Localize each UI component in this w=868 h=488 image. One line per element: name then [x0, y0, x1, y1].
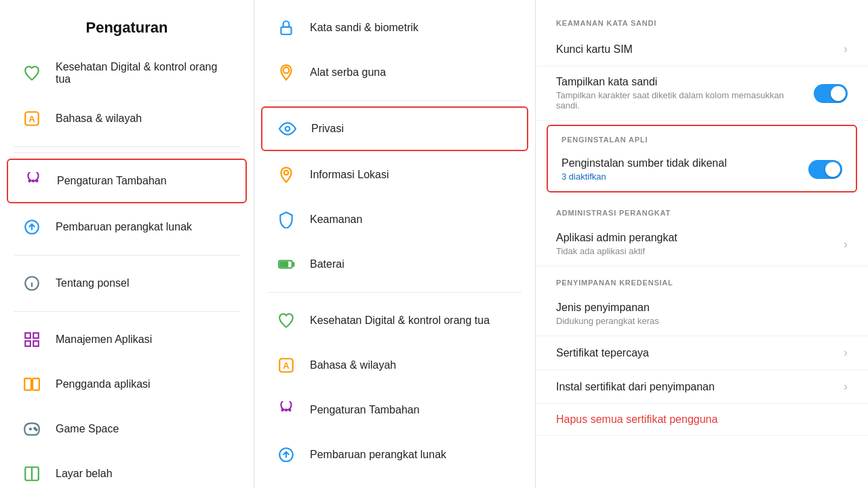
right-item-tampilkan-kata[interactable]: Tampilkan kata sandi Tampilkan karakter …	[536, 66, 868, 121]
lock-icon	[275, 16, 298, 39]
middle-item-label: Kesehatan Digital & kontrol orang tua	[310, 314, 490, 327]
page-title: Pengaturan	[0, 0, 254, 50]
item-title: Sertifikat tepercaya	[556, 347, 837, 359]
middle-item-label: Baterai	[310, 258, 344, 270]
left-item-gamespace[interactable]: Game Space	[0, 407, 254, 451]
right-item-sertifikat-tepercaya[interactable]: Sertifikat tepercaya ›	[536, 336, 868, 370]
item-text-block: Jenis penyimpanan Didukung perangkat ker…	[556, 302, 848, 326]
middle-item-label: Kata sandi & biometrik	[310, 22, 418, 34]
middle-item-label: Keamanan	[310, 214, 362, 226]
item-title: Penginstalan sumber tidak dikenal	[561, 157, 802, 169]
item-title: Tampilkan kata sandi	[556, 76, 807, 88]
item-title: Kunci kartu SIM	[556, 43, 837, 56]
right-item-kunci-kartu[interactable]: Kunci kartu SIM ›	[536, 33, 868, 66]
battery-icon	[275, 253, 298, 276]
item-title: Instal sertifikat dari penyimpanan	[556, 381, 837, 393]
item-text-block: Penginstalan sumber tidak dikenal 3 diak…	[561, 157, 802, 182]
left-item-label: Layar belah	[56, 468, 113, 480]
item-text-block: Sertifikat tepercaya	[556, 347, 837, 359]
left-item-pembaruan[interactable]: Pembaruan perangkat lunak	[0, 205, 254, 249]
left-item-layar[interactable]: Layar belah	[0, 451, 254, 488]
right-panel: KEAMANAN KATA SANDI Kunci kartu SIM › Ta…	[536, 0, 868, 488]
right-item-instal-sertifikat[interactable]: Instal sertifikat dari penyimpanan ›	[536, 370, 868, 404]
middle-item-baterai[interactable]: Baterai	[254, 242, 535, 287]
svg-rect-13	[25, 341, 31, 346]
middle-panel: Kata sandi & biometrik Alat serba guna P…	[254, 0, 536, 488]
section-header-penginstalan-apli: PENGINSTALAN APLI	[548, 126, 856, 148]
chevron-icon: ›	[844, 237, 848, 251]
privacy-eye-icon	[276, 117, 299, 140]
location-pin-icon	[275, 61, 298, 84]
left-item-kesehatan[interactable]: Kesehatan Digital & kontrol orang tua	[0, 50, 254, 96]
item-title: Hapus semua sertifikat pengguna	[556, 413, 848, 426]
middle-item-label: Privasi	[311, 123, 344, 135]
left-item-manajemen[interactable]: Manajemen Aplikasi	[0, 317, 254, 362]
middle-item-alat-serba[interactable]: Alat serba guna	[254, 50, 535, 95]
item-subtitle: Tidak ada aplikasi aktif	[556, 246, 837, 256]
middle-item-kesehatan2[interactable]: Kesehatan Digital & kontrol orang tua	[254, 298, 535, 343]
info-icon	[20, 272, 43, 295]
svg-rect-29	[280, 262, 288, 267]
svg-rect-23	[281, 27, 291, 35]
left-item-label: Manajemen Aplikasi	[56, 333, 152, 346]
heart-icon	[20, 62, 43, 85]
left-item-label: Kesehatan Digital & kontrol orang tua	[56, 61, 233, 85]
middle-item-label: Pembaruan perangkat lunak	[310, 449, 446, 461]
location-icon	[275, 163, 298, 186]
dual-window-icon	[20, 373, 43, 396]
middle-item-keamanan[interactable]: Keamanan	[254, 197, 535, 242]
heart2-icon	[275, 309, 298, 332]
right-item-penginstalan-sumber[interactable]: Penginstalan sumber tidak dikenal 3 diak…	[548, 148, 856, 191]
left-item-pengganda[interactable]: Pengganda aplikasi	[0, 362, 254, 407]
toggle-penginstalan-sumber[interactable]	[808, 160, 842, 179]
left-item-label: Pengganda aplikasi	[56, 378, 151, 390]
gamepad-icon	[20, 418, 43, 441]
arrow-up-circle-icon	[20, 216, 43, 239]
left-item-label: Pengaturan Tambahan	[57, 175, 167, 187]
left-item-label: Bahasa & wilayah	[56, 113, 142, 125]
shield-icon	[275, 208, 298, 231]
dots-icon	[22, 169, 45, 192]
middle-item-privasi[interactable]: Privasi	[261, 106, 528, 151]
middle-item-informasi-lokasi[interactable]: Informasi Lokasi	[254, 152, 535, 197]
item-title: Jenis penyimpanan	[556, 302, 848, 314]
middle-item-bahasa2[interactable]: A Bahasa & wilayah	[254, 343, 535, 388]
item-subtitle: Tampilkan karakter saat diketik dalam ko…	[556, 90, 807, 110]
split-screen-icon	[20, 462, 43, 485]
right-item-jenis-penyimpanan[interactable]: Jenis penyimpanan Didukung perangkat ker…	[536, 292, 868, 336]
svg-rect-11	[25, 333, 31, 338]
item-text-block: Instal sertifikat dari penyimpanan	[556, 381, 837, 393]
right-item-hapus-semua[interactable]: Hapus semua sertifikat pengguna	[536, 404, 868, 436]
middle-item-tentang2[interactable]: Tentang ponsel	[254, 477, 535, 488]
a-box2-icon: A	[275, 354, 298, 377]
section-header-keamanan-kata-sandi: KEAMANAN KATA SANDI	[536, 7, 868, 33]
item-text-block: Tampilkan kata sandi Tampilkan karakter …	[556, 76, 807, 110]
item-title: Aplikasi admin perangkat	[556, 232, 837, 244]
right-item-aplikasi-admin[interactable]: Aplikasi admin perangkat Tidak ada aplik…	[536, 222, 868, 266]
svg-text:A: A	[283, 361, 290, 371]
left-item-label: Tentang ponsel	[56, 277, 130, 289]
svg-point-26	[284, 171, 289, 176]
chevron-icon: ›	[844, 380, 848, 394]
svg-point-20	[35, 429, 37, 430]
svg-rect-14	[33, 341, 39, 346]
middle-item-pembaruan2[interactable]: Pembaruan perangkat lunak	[254, 432, 535, 477]
dots2-icon	[275, 399, 298, 422]
chevron-icon: ›	[844, 42, 848, 56]
left-item-label: Pembaruan perangkat lunak	[56, 221, 192, 233]
middle-item-kata-sandi[interactable]: Kata sandi & biometrik	[254, 5, 535, 50]
svg-text:A: A	[28, 114, 35, 124]
item-text-block: Kunci kartu SIM	[556, 43, 837, 56]
toggle-tampilkan-kata[interactable]	[814, 84, 848, 103]
a-box-icon: A	[20, 107, 43, 130]
left-item-pengaturan-tambahan[interactable]: Pengaturan Tambahan	[7, 159, 247, 203]
item-text-block: Hapus semua sertifikat pengguna	[556, 413, 848, 426]
left-item-tentang[interactable]: Tentang ponsel	[0, 261, 254, 306]
middle-item-pengaturan2[interactable]: Pengaturan Tambahan	[254, 388, 535, 432]
arrow-up2-icon	[275, 443, 298, 466]
middle-item-label: Alat serba guna	[310, 66, 386, 79]
grid-icon	[20, 328, 43, 351]
item-subtitle: 3 diaktifkan	[561, 171, 802, 182]
left-panel: Pengaturan Kesehatan Digital & kontrol o…	[0, 0, 254, 488]
left-item-bahasa[interactable]: A Bahasa & wilayah	[0, 96, 254, 141]
